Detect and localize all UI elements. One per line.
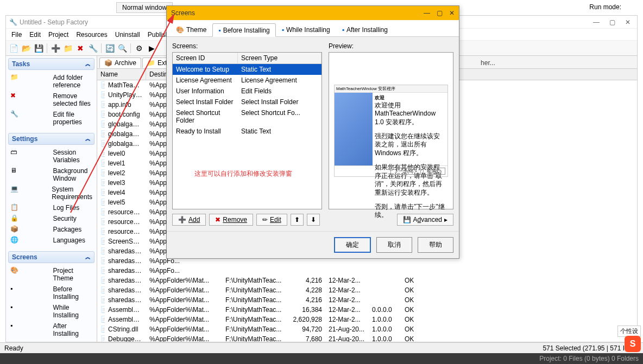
item-icon: 🔒	[10, 215, 50, 221]
file-icon: 📄	[97, 159, 105, 168]
tasks-header[interactable]: Tasks︽	[8, 58, 94, 70]
move-up-button[interactable]: ⬆	[291, 214, 304, 226]
file-icon: 📄	[97, 149, 105, 158]
maximize-icon[interactable]: ▢	[609, 18, 615, 26]
dialog-maximize-icon[interactable]: ▢	[437, 9, 443, 17]
menu-project[interactable]: Project	[48, 31, 68, 39]
find-icon[interactable]: 🔍	[117, 43, 128, 54]
remove-icon: ✖	[215, 216, 220, 223]
item-label: Security	[53, 215, 93, 222]
panel-item[interactable]: 🎨Project Theme	[9, 265, 93, 284]
file-icon: 📄	[97, 335, 105, 342]
cancel-button[interactable]: 取消	[376, 237, 412, 253]
other-text: her...	[481, 59, 495, 67]
tab-after-installing[interactable]: ▪After Installing	[336, 23, 394, 36]
menu-uninstall[interactable]: Uninstall	[115, 31, 140, 39]
panel-item[interactable]: 🔒Security	[9, 213, 93, 224]
dialog-minimize-icon[interactable]: —	[424, 9, 430, 17]
item-label: Remove selected files	[53, 92, 93, 107]
panel-item[interactable]: 🗃Session Variables	[9, 147, 93, 165]
tab-before-installing[interactable]: ▪Before Installing	[212, 23, 275, 37]
file-row[interactable]: 📄Assembly-...%AppFolder%\Mat...F:\UnityM…	[97, 315, 637, 324]
panel-item[interactable]: ▪Before Installing	[9, 284, 93, 302]
screen-row[interactable]: User InformationEdit Fields	[173, 86, 322, 97]
advanced-button[interactable]: 💾Advanced▸	[397, 214, 453, 226]
panel-item[interactable]: ▪After Installing	[9, 321, 93, 339]
remove-button[interactable]: ✖Remove	[209, 214, 253, 226]
sogou-icon[interactable]: S	[625, 336, 641, 352]
props-icon[interactable]: 🔧	[87, 43, 98, 54]
panel-item[interactable]: 📁Add folder reference	[9, 72, 93, 91]
panel-item[interactable]: 🌐Languages	[9, 235, 93, 246]
status-text: Ready	[4, 344, 23, 352]
move-down-button[interactable]: ⬇	[307, 214, 320, 226]
file-row[interactable]: 📄sharedasse...%AppFo...	[97, 266, 637, 276]
file-icon: 📄	[97, 305, 105, 314]
panel-item[interactable]: ✖Remove selected files	[9, 91, 93, 109]
ok-button[interactable]: 确定	[334, 237, 371, 253]
chevron-up-icon: ︽	[85, 253, 91, 261]
screens-dialog: Screens — ▢ ✕ 🎨Theme ▪Before Installing …	[166, 5, 459, 259]
file-row[interactable]: 📄sharedasse...%AppFolder%\Mat...F:\Unity…	[97, 295, 637, 305]
screen-row[interactable]: License AgreementLicense Agreement	[173, 75, 322, 86]
screen-row[interactable]: Select Install FolderSelect Install Fold…	[173, 97, 322, 107]
file-row[interactable]: 📄Assembly-...%AppFolder%\Mat...F:\UnityM…	[97, 305, 637, 315]
settings-header[interactable]: Settings︽	[8, 133, 94, 145]
screens-list[interactable]: Screen IDScreen Type Welcome to SetupSta…	[172, 52, 322, 209]
add-file-icon[interactable]: ➕	[50, 43, 61, 54]
close-icon[interactable]: ✕	[625, 18, 631, 26]
run-icon[interactable]: ▶	[146, 43, 157, 54]
screen-row[interactable]: Select Shortcut FolderSelect Shortcut Fo…	[173, 107, 322, 126]
file-icon: 📄	[97, 247, 105, 256]
tab-archive[interactable]: 📦Archive	[99, 58, 141, 68]
delete-icon[interactable]: ✖	[75, 43, 86, 54]
panel-item[interactable]: ▪While Installing	[9, 302, 93, 321]
normal-window-button[interactable]: Normal window	[116, 2, 173, 13]
menu-edit[interactable]: Edit	[29, 31, 41, 39]
item-icon: 🎨	[10, 267, 50, 273]
item-icon: ▪	[10, 304, 50, 310]
file-row[interactable]: 📄Debugger.dll%AppFolder%\Mat...F:\UnityM…	[97, 334, 637, 342]
item-icon: ✖	[10, 92, 50, 99]
file-icon: 📄	[97, 208, 105, 216]
panel-item[interactable]: 📋Log Files	[9, 202, 93, 213]
item-label: Packages	[53, 226, 93, 233]
external-icon: 📁	[147, 59, 155, 67]
item-label: Languages	[53, 237, 93, 244]
screen-row[interactable]: Welcome to SetupStatic Text	[173, 64, 322, 75]
panel-item[interactable]: 🖥Background Window	[9, 165, 93, 184]
screen-row[interactable]: Ready to InstallStatic Text	[173, 126, 322, 137]
refresh-icon[interactable]: 🔄	[104, 43, 115, 54]
help-button[interactable]: 帮助	[418, 237, 453, 253]
menu-file[interactable]: File	[11, 31, 22, 39]
item-label: Project Theme	[53, 267, 93, 282]
menu-resources[interactable]: Resources	[76, 31, 107, 39]
file-icon: 📄	[97, 198, 105, 207]
screens-header[interactable]: Screens︽	[8, 251, 94, 263]
preview-sidebar	[335, 93, 373, 165]
file-row[interactable]: 📄CString.dll%AppFolder%\Mat...F:\UnityMa…	[97, 324, 637, 334]
add-folder-icon[interactable]: 📁	[62, 43, 73, 54]
tab-while-installing[interactable]: ▪While Installing	[276, 23, 336, 36]
panel-item[interactable]: 🔧Edit file properties	[9, 109, 93, 127]
save-icon[interactable]: 💾	[33, 43, 44, 54]
tab-theme[interactable]: 🎨Theme	[170, 23, 212, 36]
chevron-up-icon: ︽	[85, 135, 91, 143]
file-row[interactable]: 📄sharedasse...%AppFolder%\Mat...F:\Unity…	[97, 276, 637, 285]
dialog-tabs: 🎨Theme ▪Before Installing ▪While Install…	[167, 20, 459, 37]
before-icon: ▪	[218, 27, 220, 34]
new-icon[interactable]: 📄	[8, 43, 19, 54]
edit-button[interactable]: ✏Edit	[256, 214, 287, 226]
theme-icon: 🎨	[176, 26, 184, 34]
panel-item[interactable]: 💻System Requirements	[9, 184, 93, 202]
preview-cancel-button: 取消(C)	[423, 168, 445, 175]
disk-icon: 💾	[403, 216, 411, 223]
item-icon: 🔧	[10, 111, 50, 117]
panel-item[interactable]: 📦Packages	[9, 224, 93, 235]
minimize-icon[interactable]: —	[593, 18, 600, 26]
add-button[interactable]: ➕Add	[172, 214, 206, 226]
open-icon[interactable]: 📂	[21, 43, 31, 54]
file-row[interactable]: 📄sharedasse...%AppFolder%\Mat...F:\Unity…	[97, 285, 637, 295]
dialog-close-icon[interactable]: ✕	[449, 9, 455, 17]
build-icon[interactable]: ⚙	[134, 43, 144, 54]
